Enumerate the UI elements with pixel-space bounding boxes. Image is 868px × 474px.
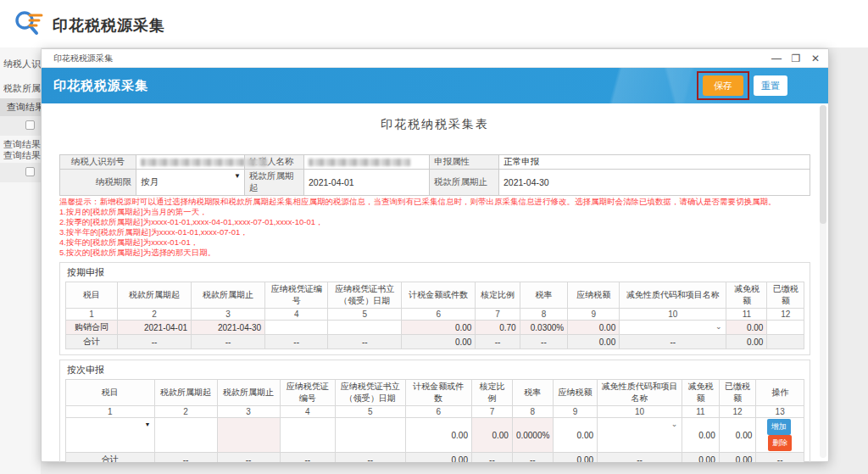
row-cell[interactable]: 0.00 (472, 418, 513, 453)
row-cell[interactable]: 0.00 (682, 418, 720, 453)
header-cell: 应纳税凭证书立（领受）日期 (328, 282, 402, 309)
column-number-cell: 2 (117, 309, 191, 321)
header-cell: 税目 (66, 380, 155, 406)
total-cell: -- (154, 453, 217, 463)
column-number-cell: 7 (472, 406, 513, 418)
row-cell[interactable]: 0.00 (405, 418, 471, 453)
column-number-cell: 5 (328, 309, 402, 321)
column-number-row: 12345678910111213 (66, 406, 804, 418)
column-number-cell: 9 (568, 309, 620, 321)
warning-line-4: 3.按半年的[税款所属期起]为xxxx-01-01,xxxx-07-01， (59, 227, 810, 237)
row-cell[interactable] (265, 321, 328, 335)
total-cell: 合计 (66, 335, 118, 349)
total-cell: -- (476, 335, 520, 349)
header-cell: 应纳税凭证书立（领受）日期 (335, 380, 405, 406)
background-left-panel: 纳税人识别号 税款所属期 查询结果 查询结果 查询结果 (0, 47, 41, 474)
scrollbar[interactable] (820, 105, 826, 458)
checkbox-icon[interactable] (25, 167, 35, 176)
total-row: 合计--------0.00----0.00--0.00 (66, 335, 804, 349)
header-cell: 已缴税额 (767, 282, 804, 309)
header-cell: 减免性质代码和项目名称 (598, 380, 682, 406)
tax-term-label: 纳税期限 (60, 170, 136, 196)
header-cell: 减免性质代码和项目名称 (620, 282, 726, 309)
header-cell: 税款所属期止 (192, 282, 265, 309)
row-cell[interactable] (280, 418, 335, 453)
add-row-button[interactable]: 增加 (767, 419, 791, 435)
column-number-cell: 8 (520, 309, 568, 321)
pertime-declare-table: 税目税款所属期起税款所属期止应纳税凭证编号应纳税凭证书立（领受）日期计税金额或件… (65, 379, 804, 462)
row-cell[interactable]: 0.00 (402, 321, 476, 335)
bg-taxpayer-id-label: 纳税人识别号 (3, 58, 41, 70)
chevron-down-icon: ⌄ (715, 322, 722, 331)
banner-title: 印花税税源采集 (53, 78, 148, 94)
minimize-icon[interactable]: — (771, 51, 782, 66)
save-button[interactable]: 保存 (703, 75, 743, 96)
header-cell: 税率 (512, 380, 553, 406)
bg-query-result-2: 查询结果 (3, 149, 41, 162)
total-cell: -- (520, 335, 568, 349)
header-row: 税目税款所属期起税款所属期止应纳税凭证编号应纳税凭证书立（领受）日期计税金额或件… (66, 282, 804, 309)
header-cell: 已缴税额 (719, 380, 756, 406)
modal-window-title: 印花税税源采集 (53, 53, 113, 64)
total-cell: -- (335, 453, 405, 463)
periodic-declare-panel: 按期申报 税目税款所属期起税款所属期止应纳税凭证编号应纳税凭证书立（领受）日期计… (59, 262, 810, 355)
page-title: 印花税税源采集 (53, 15, 165, 36)
header-cell: 核定比例 (472, 380, 513, 406)
column-number-cell: 9 (553, 406, 597, 418)
period-end-label: 税款所属期止 (430, 170, 499, 196)
warning-line-3: 2.按季的[税款所属期起]为xxxx-01-01,xxxx-04-01,xxxx… (59, 217, 810, 227)
bg-result-row (0, 163, 41, 182)
delete-row-button[interactable]: 删除 (768, 435, 792, 451)
row-cell[interactable] (154, 418, 217, 453)
column-number-cell: 6 (402, 309, 476, 321)
row-cell: 0.00 (726, 321, 767, 335)
row-cell[interactable] (328, 321, 402, 335)
reduction-code-select[interactable]: ⌄ (598, 418, 682, 453)
column-number-cell: 4 (265, 309, 328, 321)
total-cell: -- (280, 453, 335, 463)
row-cell: 0.00 (553, 418, 597, 453)
column-number-cell: 4 (280, 406, 335, 418)
warning-text: 温馨提示：新增税源时可以通过选择纳税期限和税款所属期起采集相应属期的税源信息，当… (59, 197, 810, 258)
period-start-input[interactable]: 2021-04-01 (304, 170, 430, 196)
header-row: 税目税款所属期起税款所属期止应纳税凭证编号应纳税凭证书立（领受）日期计税金额或件… (66, 380, 804, 406)
row-cell: 购销合同 (66, 321, 118, 335)
column-number-cell: 1 (66, 309, 118, 321)
column-number-cell: 2 (154, 406, 217, 418)
total-cell (767, 335, 804, 349)
modal-body: 印花税纳税采集表 纳税人识别号 纳税人名称 申报属性 正常申报 纳税期限 按月 … (42, 103, 828, 462)
total-cell: -- (620, 335, 726, 349)
total-cell: 0.00 (568, 335, 620, 349)
header-cell: 税款所属期起 (154, 380, 217, 406)
checkbox-icon[interactable] (25, 120, 35, 130)
tax-term-select[interactable]: 按月 ▼ (136, 170, 245, 196)
row-cell[interactable] (217, 418, 280, 453)
column-number-cell: 3 (217, 406, 280, 418)
column-number-row: 123456789101112 (66, 309, 804, 321)
header-cell: 应纳税凭证编号 (280, 380, 335, 406)
page-header: 印花税税源采集 (0, 0, 868, 47)
header-cell: 计税金额或件数 (405, 380, 471, 406)
row-cell[interactable] (335, 418, 405, 453)
column-number-cell: 12 (767, 309, 804, 321)
header-cell: 税目 (66, 282, 118, 309)
header-cell: 应纳税额 (553, 380, 597, 406)
row-cell: 0.00 (568, 321, 620, 335)
close-icon[interactable]: ✕ (810, 51, 821, 66)
tax-item-select[interactable]: ▼ (66, 418, 155, 453)
periodic-section-title: 按期申报 (67, 266, 804, 279)
restore-icon[interactable]: ❐ (790, 51, 802, 66)
total-cell: -- (192, 335, 265, 349)
reset-button[interactable]: 重置 (754, 75, 787, 96)
row-cell[interactable]: 0.00 (719, 418, 756, 453)
reduction-code-select[interactable]: ⌄ (620, 321, 726, 335)
stamp-tax-modal: 印花税税源采集 — ❐ ✕ 印花税税源采集 保存 重置 印花税纳税采集表 纳税人… (41, 48, 829, 462)
taxpayer-info-form: 纳税人识别号 纳税人名称 申报属性 正常申报 纳税期限 按月 ▼ 税款所属期起 … (59, 154, 810, 196)
total-cell: 0.00 (553, 453, 597, 463)
pertime-declare-panel: 按次申报 税目税款所属期起税款所属期止应纳税凭证编号应纳税凭证书立（领受）日期计… (59, 360, 810, 462)
header-cell: 税款所属期止 (217, 380, 280, 406)
header-cell: 减免税额 (682, 380, 720, 406)
declare-attr-label: 申报属性 (430, 155, 499, 170)
bg-tax-period-label: 税款所属期 (3, 82, 41, 95)
period-end-value: 2021-04-30 (499, 170, 810, 196)
